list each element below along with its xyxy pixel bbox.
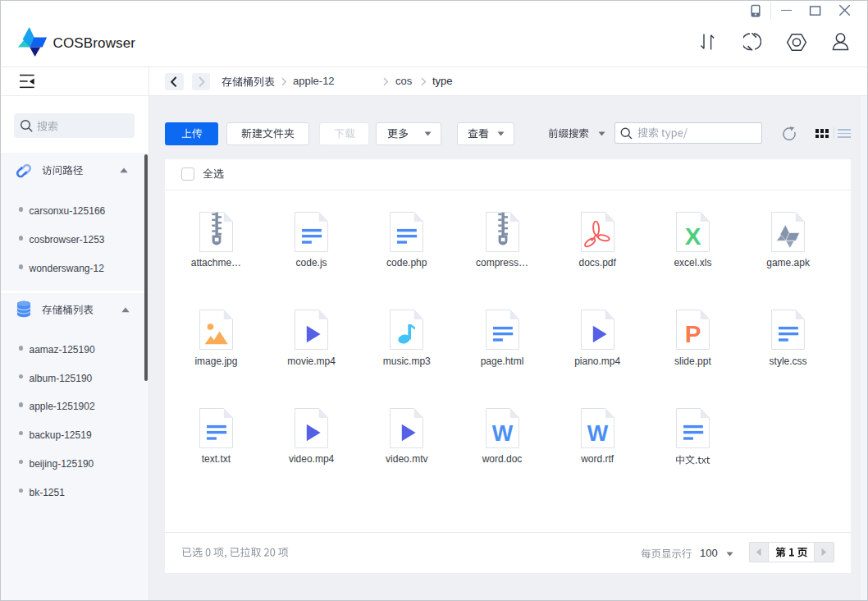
svg-text:W: W (491, 422, 513, 447)
svg-text:X: X (685, 223, 701, 250)
svg-text:W: W (587, 422, 608, 447)
svg-text:P: P (685, 321, 701, 348)
